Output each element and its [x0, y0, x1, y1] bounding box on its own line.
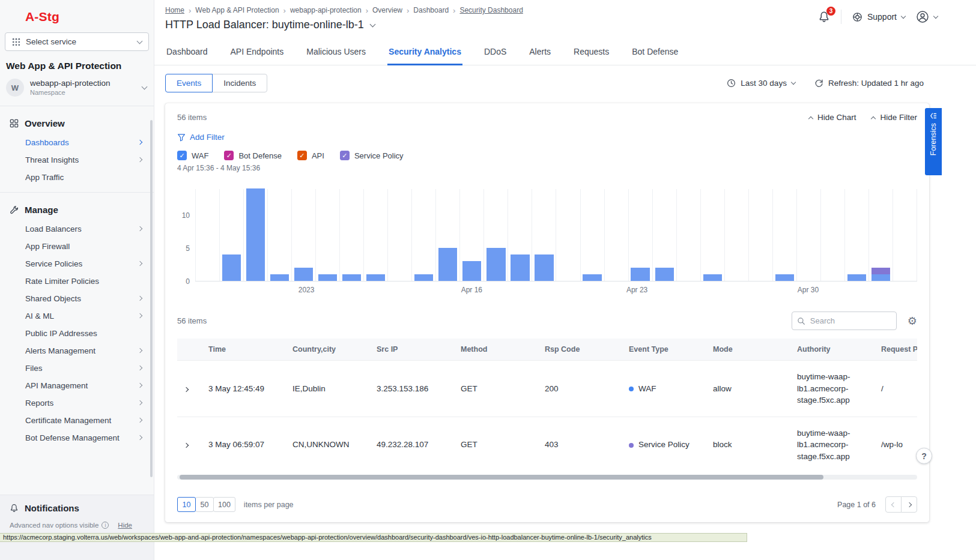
service-select[interactable]: Select service: [5, 32, 149, 51]
sidebar-item-load-balancers[interactable]: Load Balancers: [0, 220, 154, 238]
sidebar-item-certificate-management[interactable]: Certificate Management: [0, 412, 154, 429]
sidebar-item-service-policies[interactable]: Service Policies: [0, 255, 154, 272]
chart-bar-waf[interactable]: [342, 274, 361, 281]
sidebar-item-app-traffic[interactable]: App Traffic: [0, 169, 154, 186]
sidebar-scrollbar[interactable]: [150, 120, 153, 477]
forensics-tab[interactable]: Forensics: [925, 108, 942, 175]
sidebar-section-manage[interactable]: Manage: [0, 199, 154, 220]
horizontal-scrollbar[interactable]: [177, 475, 917, 480]
hide-filter-button[interactable]: Hide Filter: [871, 113, 917, 122]
chart-bar-waf[interactable]: [294, 268, 313, 281]
sidebar-item-public-ip-addresses[interactable]: Public IP Addresses: [0, 325, 154, 342]
chevron-down-icon[interactable]: [369, 21, 375, 27]
chart-bar-waf[interactable]: [703, 274, 722, 281]
events-toggle-button[interactable]: Events: [165, 74, 213, 92]
page-size-50[interactable]: 50: [195, 497, 214, 512]
tab-bot-defense[interactable]: Bot Defense: [631, 42, 679, 65]
tab-dashboard[interactable]: Dashboard: [165, 42, 209, 65]
column-header-event-type[interactable]: Event Type: [622, 339, 706, 361]
page-size-100[interactable]: 100: [213, 497, 235, 512]
tab-api-endpoints[interactable]: API Endpoints: [229, 42, 285, 65]
sidebar-item-rate-limiter-policies[interactable]: Rate Limiter Policies: [0, 272, 154, 290]
namespace-selector[interactable]: W webapp-api-protection Namespace: [0, 75, 154, 106]
chart-bar-waf[interactable]: [655, 268, 674, 281]
chart-bar-service-policy[interactable]: [871, 268, 890, 274]
sidebar-section-overview[interactable]: Overview: [0, 112, 154, 134]
tab-ddos[interactable]: DDoS: [483, 42, 508, 65]
chart-bar-waf[interactable]: [246, 188, 265, 281]
row-expand-toggle[interactable]: [177, 361, 201, 417]
refresh-button[interactable]: Refresh: Updated 1 hr ago: [814, 79, 924, 88]
sidebar-notifications[interactable]: Notifications: [0, 495, 154, 518]
sidebar-item-bot-defense-management[interactable]: Bot Defense Management: [0, 429, 154, 447]
chart-bar-waf[interactable]: [438, 248, 457, 281]
sidebar-item-reports[interactable]: Reports: [0, 394, 154, 412]
support-menu[interactable]: Support: [852, 12, 905, 22]
incidents-toggle-button[interactable]: Incidents: [212, 74, 267, 92]
tab-alerts[interactable]: Alerts: [528, 42, 552, 65]
account-menu[interactable]: [916, 10, 938, 23]
breadcrumb-item-dashboard[interactable]: Dashboard: [413, 6, 449, 14]
sidebar-item-ai-ml[interactable]: AI & ML: [0, 307, 154, 325]
sidebar-item-alerts-management[interactable]: Alerts Management: [0, 342, 154, 360]
scrollbar-thumb[interactable]: [180, 475, 823, 480]
page-size-10[interactable]: 10: [177, 497, 196, 512]
hide-nav-link[interactable]: Hide: [118, 522, 132, 529]
y-axis-label: 5: [186, 244, 190, 253]
sidebar-item-shared-objects[interactable]: Shared Objects: [0, 290, 154, 307]
column-header-request-pa[interactable]: Request Pa: [874, 339, 917, 361]
filter-checkbox-service-policy[interactable]: ✓Service Policy: [340, 151, 404, 160]
breadcrumb-item-security-dashboard[interactable]: Security Dashboard: [459, 6, 523, 14]
tab-security-analytics[interactable]: Security Analytics: [387, 42, 462, 65]
column-header-mode[interactable]: Mode: [706, 339, 790, 361]
breadcrumb-item-web-app-api-protection[interactable]: Web App & API Protection: [195, 6, 279, 14]
column-header-method[interactable]: Method: [453, 339, 538, 361]
chevron-right-icon: [138, 226, 142, 231]
support-icon: [852, 12, 862, 22]
column-header-authority[interactable]: Authority: [790, 339, 874, 361]
chart-bar-waf[interactable]: [847, 274, 866, 281]
chart-bar-waf[interactable]: [270, 274, 289, 281]
chart-bar-waf[interactable]: [486, 248, 505, 281]
chart-bar-waf[interactable]: [462, 261, 481, 281]
filter-checkbox-api[interactable]: ✓API: [297, 151, 324, 160]
add-filter-button[interactable]: Add Filter: [177, 133, 917, 142]
chart-bar-waf[interactable]: [535, 254, 553, 281]
chart-bar-waf[interactable]: [871, 274, 890, 281]
help-button[interactable]: ?: [916, 448, 932, 464]
breadcrumb-item-webapp-api-protection[interactable]: webapp-api-protection: [290, 6, 362, 14]
tab-malicious-users[interactable]: Malicious Users: [305, 42, 367, 65]
table-settings-gear-icon[interactable]: ⚙: [908, 316, 917, 327]
chart-bar-waf[interactable]: [511, 254, 529, 281]
column-header-rsp-code[interactable]: Rsp Code: [538, 339, 622, 361]
chart-bar-waf[interactable]: [414, 274, 433, 281]
chart-bar-waf[interactable]: [631, 268, 649, 281]
tab-requests[interactable]: Requests: [572, 42, 610, 65]
breadcrumb-item-home[interactable]: Home: [165, 6, 184, 14]
chart-bar-waf[interactable]: [318, 274, 337, 281]
search-input[interactable]: [792, 312, 897, 330]
chart-bar-waf[interactable]: [775, 274, 794, 281]
hide-chart-button[interactable]: Hide Chart: [809, 113, 856, 122]
column-header-country-city[interactable]: Country,city: [285, 339, 369, 361]
chart-bar-waf[interactable]: [366, 274, 385, 281]
column-header-src-ip[interactable]: Src IP: [369, 339, 453, 361]
filter-checkbox-waf[interactable]: ✓WAF: [177, 151, 208, 160]
chart-bar-waf[interactable]: [222, 254, 241, 281]
filter-checkbox-bot-defense[interactable]: ✓Bot Defense: [224, 151, 282, 160]
sidebar-item-files[interactable]: Files: [0, 360, 154, 377]
row-expand-toggle[interactable]: [177, 417, 201, 472]
sidebar-item-dashboards[interactable]: Dashboards: [0, 134, 154, 151]
column-header-time[interactable]: Time: [201, 339, 285, 361]
next-page-button[interactable]: [901, 496, 917, 513]
notifications-bell-button[interactable]: 3: [818, 11, 830, 23]
sidebar-item-app-firewall[interactable]: App Firewall: [0, 238, 154, 255]
support-label: Support: [867, 12, 897, 22]
chart-bar-waf[interactable]: [583, 274, 601, 281]
sidebar-item-threat-insights[interactable]: Threat Insights: [0, 151, 154, 169]
chart-bar-slot: [387, 189, 411, 281]
breadcrumb-item-overview[interactable]: Overview: [372, 6, 402, 14]
sidebar-item-api-management[interactable]: API Management: [0, 377, 154, 394]
time-range-selector[interactable]: Last 30 days: [727, 79, 795, 88]
prev-page-button[interactable]: [885, 496, 902, 513]
